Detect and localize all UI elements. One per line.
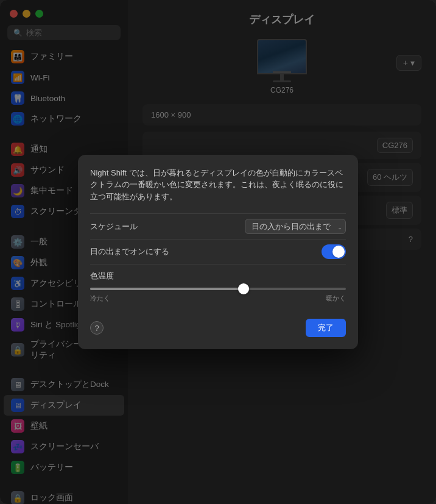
toggle-switch[interactable] [322, 244, 346, 259]
temperature-label: 色温度 [90, 271, 346, 282]
schedule-dropdown-wrapper: 日の入から日の出まで [245, 219, 346, 234]
slider-fill [90, 288, 244, 290]
help-button[interactable]: ? [90, 321, 104, 335]
toggle-row: 日の出までオンにする [90, 239, 346, 264]
night-shift-modal: Night Shift では、日が暮れるとディスプレイの色が自動的にカラースペク… [78, 155, 358, 350]
slider-track [90, 288, 346, 290]
schedule-label: スケジュール [90, 221, 138, 232]
schedule-dropdown[interactable]: 日の入から日の出まで [245, 219, 346, 234]
temperature-row: 色温度 冷たく 暖かく [90, 264, 346, 305]
toggle-label: 日の出までオンにする [90, 246, 169, 257]
modal-overlay: Night Shift では、日が暮れるとディスプレイの色が自動的にカラースペク… [0, 0, 436, 504]
app-window: 🔍 👨‍👩‍👧 ファミリー 📶 Wi-Fi 🦷 Bluetooth 🌐 ネットワ… [0, 0, 436, 504]
temperature-slider-container: 冷たく 暖かく [90, 288, 346, 303]
slider-thumb[interactable] [238, 283, 249, 294]
slider-min-label: 冷たく [90, 294, 110, 303]
slider-max-label: 暖かく [326, 294, 346, 303]
modal-footer: ? 完了 [90, 315, 346, 337]
modal-description: Night Shift では、日が暮れるとディスプレイの色が自動的にカラースペク… [90, 167, 346, 203]
schedule-row: スケジュール 日の入から日の出まで [90, 213, 346, 239]
slider-labels: 冷たく 暖かく [90, 294, 346, 303]
done-button[interactable]: 完了 [306, 319, 346, 337]
